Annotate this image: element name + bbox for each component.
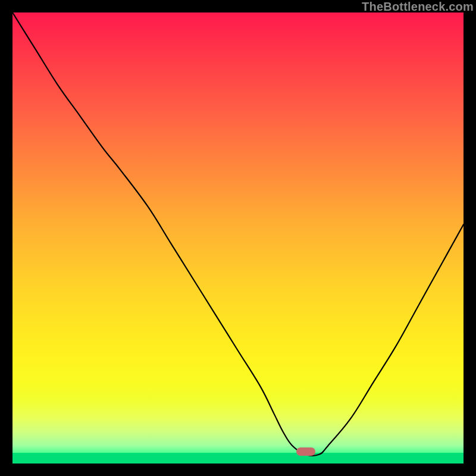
bottleneck-curve bbox=[12, 12, 464, 464]
plot-area bbox=[12, 12, 464, 464]
watermark-text: TheBottleneck.com bbox=[362, 0, 474, 14]
chart-frame: TheBottleneck.com bbox=[0, 0, 476, 476]
optimal-marker bbox=[296, 447, 315, 456]
